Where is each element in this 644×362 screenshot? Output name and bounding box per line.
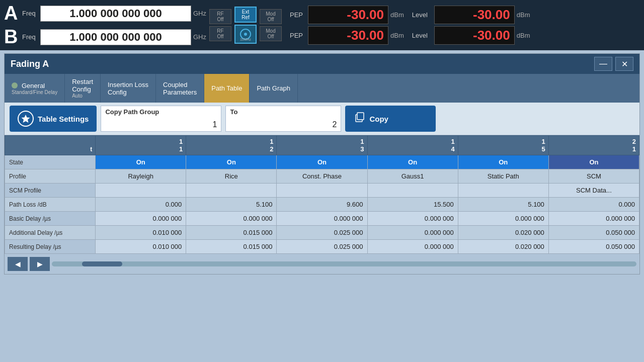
path-loss-label: Path Loss /dB [5, 198, 96, 212]
level-a-label: Level [412, 11, 432, 19]
window-controls: — ✕ [594, 57, 633, 71]
table-header-row: t 11 12 13 14 15 21 [5, 136, 639, 155]
table-row: Profile Rayleigh Rice Const. Phase Gauss… [5, 169, 639, 184]
profile-15[interactable]: Static Path [458, 169, 548, 184]
tab-general[interactable]: General Standard/Fine Delay [5, 74, 65, 103]
minimize-button[interactable]: — [594, 57, 612, 71]
mod-off-b-button[interactable]: ModOff [260, 26, 282, 41]
scm-14[interactable] [367, 184, 458, 198]
state-label: State [5, 155, 96, 169]
basic-delay-21[interactable]: 0.000 000 [548, 212, 639, 226]
channel-b-label: B [4, 26, 20, 48]
svg-text:10MHz: 10MHz [240, 38, 252, 41]
level-section: Level -30.00 dBm Level -30.00 dBm [412, 6, 530, 45]
freq-b-value[interactable]: 1.000 000 000 000 [40, 29, 191, 45]
profile-label: Profile [5, 169, 96, 184]
col-header-11: 11 [96, 136, 186, 155]
profile-11[interactable]: Rayleigh [96, 169, 186, 184]
path-loss-13[interactable]: 9.600 [277, 198, 367, 212]
basic-delay-15[interactable]: 0.000 000 [458, 212, 548, 226]
path-loss-21[interactable]: 0.000 [548, 198, 639, 212]
profile-12[interactable]: Rice [186, 169, 277, 184]
result-delay-13[interactable]: 0.025 000 [277, 240, 367, 254]
rf-off-a-button[interactable]: RFOff [209, 9, 231, 24]
scm-12[interactable] [186, 184, 277, 198]
add-delay-15[interactable]: 0.020 000 [458, 226, 548, 240]
rf-off-b-button[interactable]: RFOff [209, 26, 231, 41]
result-delay-21[interactable]: 0.050 000 [548, 240, 639, 254]
add-delay-21[interactable]: 0.050 000 [548, 226, 639, 240]
table-row: Path Loss /dB 0.000 5.100 9.600 15.500 5… [5, 198, 639, 212]
result-delay-12[interactable]: 0.015 000 [186, 240, 277, 254]
profile-21[interactable]: SCM [548, 169, 639, 184]
tab-path-table[interactable]: Path Table [204, 74, 250, 103]
tab-coupled-params[interactable]: Coupled Parameters [156, 74, 204, 103]
scroll-track[interactable] [52, 261, 636, 266]
tab-general-label: General [22, 82, 45, 89]
tab-path-graph[interactable]: Path Graph [250, 74, 298, 103]
result-delay-label: Resulting Delay /µs [5, 240, 96, 254]
basic-delay-13[interactable]: 0.000 000 [277, 212, 367, 226]
col-header-21: 21 [548, 136, 639, 155]
window-title-bar: Fading A — ✕ [5, 54, 639, 74]
result-delay-11[interactable]: 0.010 000 [96, 240, 186, 254]
pep-b-label: PEP [290, 32, 306, 39]
result-delay-15[interactable]: 0.020 000 [458, 240, 548, 254]
pep-section: PEP -30.00 dBm PEP -30.00 dBm [290, 6, 404, 45]
table-settings-button[interactable]: Table Settings [10, 106, 97, 132]
copy-button-label: Copy [369, 115, 388, 123]
result-delay-14[interactable]: 0.000 000 [367, 240, 458, 254]
tab-insertion-loss[interactable]: Insertion Loss Config [101, 74, 156, 103]
tab-path-graph-label: Path Graph [257, 84, 290, 92]
add-delay-13[interactable]: 0.025 000 [277, 226, 367, 240]
level-b-value[interactable]: -30.00 [434, 26, 515, 45]
tab-restart-config[interactable]: Restart Config Auto [65, 74, 101, 103]
add-delay-11[interactable]: 0.010 000 [96, 226, 186, 240]
state-15[interactable]: On [458, 155, 548, 169]
basic-delay-14[interactable]: 0.000 000 [367, 212, 458, 226]
svg-point-1 [244, 33, 247, 36]
tab-path-table-label: Path Table [211, 84, 242, 92]
copy-group-value: 1 [105, 120, 217, 129]
copy-button[interactable]: Copy [345, 106, 436, 132]
ext-ref-button[interactable]: ExtRef [234, 7, 257, 23]
state-12[interactable]: On [186, 155, 277, 169]
mod-off-a-button[interactable]: ModOff [260, 9, 282, 24]
copy-path-group-field[interactable]: Copy Path Group 1 [101, 106, 221, 132]
level-a-value[interactable]: -30.00 [434, 6, 515, 24]
scm-13[interactable] [277, 184, 367, 198]
state-11[interactable]: On [96, 155, 186, 169]
state-13[interactable]: On [277, 155, 367, 169]
table-row: State On On On On On On [5, 155, 639, 169]
freq-a-label: Freq [22, 10, 38, 17]
path-loss-12[interactable]: 5.100 [186, 198, 277, 212]
scm-21[interactable]: SCM Data... [548, 184, 639, 198]
add-delay-12[interactable]: 0.015 000 [186, 226, 277, 240]
state-21[interactable]: On [548, 155, 639, 169]
pep-b-value[interactable]: -30.00 [308, 26, 388, 45]
profile-13[interactable]: Const. Phase [277, 169, 367, 184]
pep-a-value[interactable]: -30.00 [308, 6, 388, 24]
scm-15[interactable] [458, 184, 548, 198]
close-button[interactable]: ✕ [615, 57, 633, 71]
to-field[interactable]: To 2 [225, 106, 341, 132]
basic-delay-12[interactable]: 0.000 000 [186, 212, 277, 226]
path-loss-11[interactable]: 0.000 [96, 198, 186, 212]
path-table: t 11 12 13 14 15 21 State On On On On O [5, 135, 639, 254]
basic-delay-11[interactable]: 0.000 000 [96, 212, 186, 226]
scroll-next-button[interactable]: ▶ [30, 257, 50, 271]
path-loss-15[interactable]: 5.100 [458, 198, 548, 212]
add-delay-14[interactable]: 0.000 000 [367, 226, 458, 240]
profile-14[interactable]: Gauss1 [367, 169, 458, 184]
channel-b-row: B Freq 1.000 000 000 000 GHz [4, 26, 206, 48]
scm-11[interactable] [96, 184, 186, 198]
scroll-prev-button[interactable]: ◀ [8, 257, 28, 271]
freq-a-unit: GHz [193, 10, 206, 17]
freq-a-value[interactable]: 1.000 000 000 000 [40, 6, 191, 22]
path-loss-14[interactable]: 15.500 [367, 198, 458, 212]
ref-icon-button[interactable]: 10MHz [234, 25, 257, 44]
scroll-thumb[interactable] [82, 261, 122, 266]
state-14[interactable]: On [367, 155, 458, 169]
pep-b-row: PEP -30.00 dBm [290, 26, 404, 45]
tab-restart-label2: Config [72, 85, 91, 93]
